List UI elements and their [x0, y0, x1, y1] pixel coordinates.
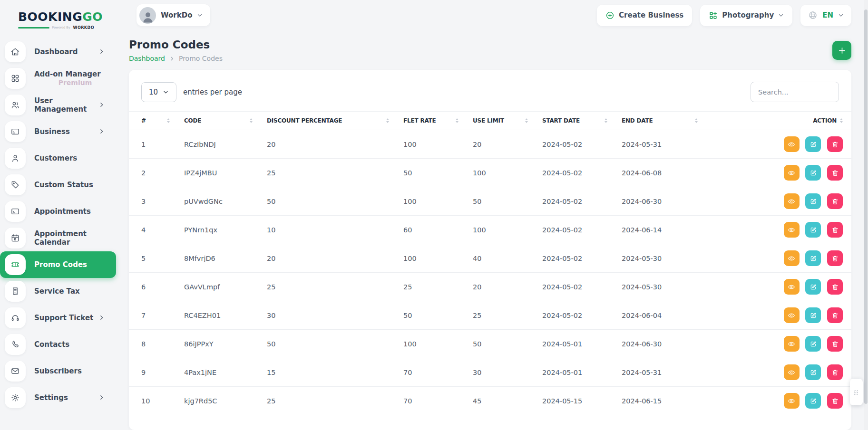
cell-index: 9 — [129, 358, 184, 387]
column-header-start-date[interactable]: START DATE — [542, 117, 622, 124]
create-business-button[interactable]: Create Business — [597, 5, 692, 26]
sidebar-item-subscribers[interactable]: Subscribers — [0, 358, 116, 384]
avatar — [139, 7, 156, 24]
sidebar-item-custom-status[interactable]: Custom Status — [0, 172, 116, 198]
cell-index: 5 — [129, 244, 184, 273]
sidebar-item-promo-codes[interactable]: Promo Codes — [0, 251, 116, 278]
column-header-end-date[interactable]: END DATE — [622, 117, 712, 124]
edit-button[interactable] — [805, 336, 821, 352]
cell-code: 4Pax1jNE — [184, 358, 267, 387]
trash-icon — [831, 283, 839, 291]
page-scrollbar[interactable] — [864, 0, 868, 430]
sidebar-item-appointment-calendar[interactable]: Appointment Calendar — [0, 225, 116, 251]
view-button[interactable] — [784, 279, 800, 295]
view-button[interactable] — [784, 165, 800, 181]
column-header-code[interactable]: CODE — [184, 117, 267, 124]
cell-code: GAvVLmpf — [184, 273, 267, 301]
sidebar-item-customers[interactable]: Customers — [0, 145, 116, 172]
sort-icon[interactable] — [456, 118, 458, 123]
view-button[interactable] — [784, 136, 800, 152]
scrollbar-thumb[interactable] — [864, 10, 868, 404]
edit-button[interactable] — [805, 222, 821, 238]
edit-button[interactable] — [805, 307, 821, 323]
cell-use-limit: 20 — [473, 273, 542, 301]
sort-icon[interactable] — [840, 118, 843, 123]
view-button[interactable] — [784, 250, 800, 266]
cell-code: 8MfvrjD6 — [184, 244, 267, 273]
delete-button[interactable] — [827, 393, 843, 409]
edit-button[interactable] — [805, 136, 821, 152]
view-button[interactable] — [784, 364, 800, 380]
delete-button[interactable] — [827, 279, 843, 295]
view-button[interactable] — [784, 307, 800, 323]
sidebar-item-business[interactable]: Business — [0, 118, 116, 145]
table-header-row: # CODE DISCOUNT PERCENTAGE FLET RATE USE… — [129, 112, 851, 130]
sidebar-item-service-tax[interactable]: Service Tax — [0, 278, 116, 305]
cell-start-date: 2024-05-02 — [542, 244, 622, 273]
delete-button[interactable] — [827, 307, 843, 323]
eye-icon — [788, 397, 795, 405]
delete-button[interactable] — [827, 336, 843, 352]
cell-start-date: 2024-05-01 — [542, 358, 622, 387]
delete-button[interactable] — [827, 136, 843, 152]
card-icon — [5, 201, 26, 222]
workspace-selector[interactable]: WorkDo — [137, 4, 210, 26]
edit-button[interactable] — [805, 165, 821, 181]
delete-button[interactable] — [827, 193, 843, 209]
sort-icon[interactable] — [605, 118, 607, 123]
entries-per-page-select[interactable]: 10 — [141, 82, 176, 102]
tag-icon — [5, 174, 26, 195]
cell-end-date: 2024-05-30 — [622, 244, 712, 273]
sidebar-item-label: Settings — [34, 393, 98, 402]
column-header-action[interactable]: ACTION — [712, 117, 851, 124]
sort-icon[interactable] — [250, 118, 253, 123]
view-button[interactable] — [784, 193, 800, 209]
logo-primary: BOOKING — [18, 10, 82, 24]
column-header-flet-rate[interactable]: FLET RATE — [403, 117, 473, 124]
business-selector[interactable]: Photography — [700, 5, 792, 26]
search-input[interactable] — [751, 82, 839, 102]
trash-icon — [831, 169, 839, 177]
sort-icon[interactable] — [386, 118, 389, 123]
sidebar-menu: Dashboard Add-on Manager Premium User Ma… — [0, 38, 116, 411]
delete-button[interactable] — [827, 222, 843, 238]
cell-index: 8 — [129, 330, 184, 358]
sidebar: BOOKINGGO Powered By WORKDO Dashboard — [0, 0, 121, 430]
edit-button[interactable] — [805, 364, 821, 380]
cell-start-date: 2024-05-02 — [542, 216, 622, 244]
edit-button[interactable] — [805, 279, 821, 295]
sidebar-item-settings[interactable]: Settings — [0, 384, 116, 411]
view-button[interactable] — [784, 336, 800, 352]
sort-icon[interactable] — [695, 118, 698, 123]
cell-end-date: 2024-06-30 — [622, 187, 712, 216]
sidebar-item-support-ticket[interactable]: Support Ticket — [0, 305, 116, 331]
column-header-discount[interactable]: DISCOUNT PERCENTAGE — [267, 117, 403, 124]
table-row: 4 PYNrn1qx 10 60 100 2024-05-02 2024-06-… — [129, 216, 851, 244]
delete-button[interactable] — [827, 250, 843, 266]
edit-button[interactable] — [805, 250, 821, 266]
cell-index: 2 — [129, 159, 184, 187]
sidebar-item-addon-manager[interactable]: Add-on Manager Premium — [0, 65, 116, 92]
sidebar-item-dashboard[interactable]: Dashboard — [0, 38, 116, 65]
language-selector[interactable]: EN — [800, 5, 851, 26]
sort-icon[interactable] — [525, 118, 528, 123]
floating-widget[interactable] — [850, 379, 863, 405]
view-button[interactable] — [784, 222, 800, 238]
delete-button[interactable] — [827, 165, 843, 181]
trash-icon — [831, 312, 839, 319]
edit-button[interactable] — [805, 393, 821, 409]
eye-icon — [788, 369, 795, 376]
chevron-right-icon — [98, 315, 105, 321]
sidebar-item-appointments[interactable]: Appointments — [0, 198, 116, 225]
sidebar-item-contacts[interactable]: Contacts — [0, 331, 116, 358]
column-header-index[interactable]: # — [129, 117, 184, 124]
sort-icon[interactable] — [167, 118, 170, 123]
breadcrumb-dashboard-link[interactable]: Dashboard — [129, 55, 165, 62]
view-button[interactable] — [784, 393, 800, 409]
column-header-use-limit[interactable]: USE LIMIT — [473, 117, 542, 124]
delete-button[interactable] — [827, 364, 843, 380]
add-promo-code-button[interactable] — [832, 41, 851, 60]
edit-button[interactable] — [805, 193, 821, 209]
brand-logo[interactable]: BOOKINGGO Powered By WORKDO — [0, 7, 116, 32]
sidebar-item-user-management[interactable]: User Management — [0, 92, 116, 118]
